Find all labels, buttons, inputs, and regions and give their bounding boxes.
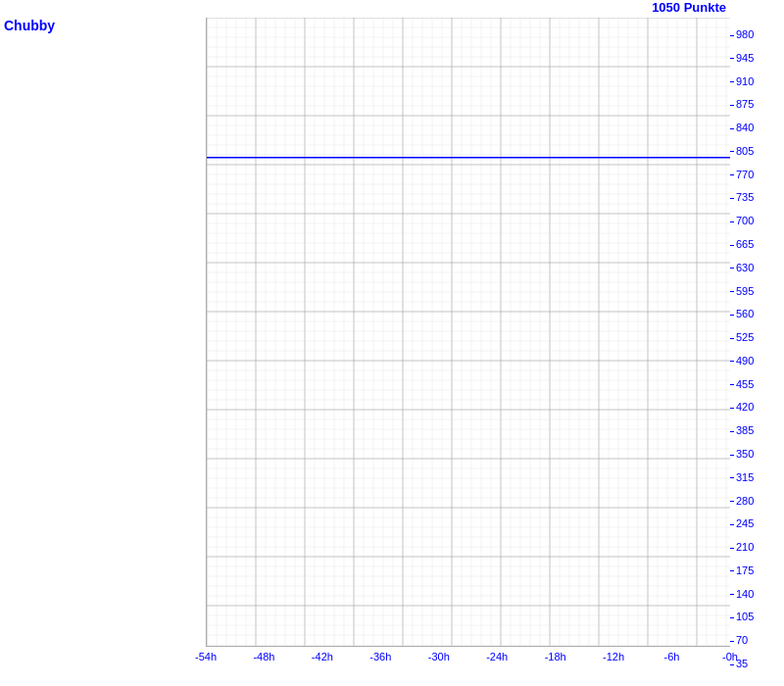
y-axis-label: 875 <box>732 99 754 110</box>
y-axis-label: 980 <box>732 29 754 40</box>
y-axis-label: 350 <box>732 449 754 460</box>
x-axis-label: -12h <box>603 651 624 662</box>
y-axis-label: 105 <box>732 612 754 622</box>
x-axis-label: -54h <box>195 651 217 662</box>
chart-area <box>206 18 730 647</box>
x-axis-label: -48h <box>253 651 274 662</box>
y-axis-label: 245 <box>732 518 754 529</box>
chart-container: 1050 Punkte 9809459108758408057707357006… <box>206 0 784 686</box>
x-axis-label: -24h <box>486 651 508 662</box>
x-axis: -54h-48h-42h-36h-30h-24h-18h-12h-6h-0h <box>206 647 730 686</box>
player-label: Chubby <box>4 18 55 33</box>
x-axis-label: -30h <box>428 651 450 662</box>
y-axis-label: 210 <box>732 542 754 553</box>
chart-title: 1050 Punkte <box>652 0 730 15</box>
y-axis-label: 140 <box>732 589 754 600</box>
x-axis-label: -42h <box>312 651 333 662</box>
x-axis-label: -6h <box>664 651 680 662</box>
y-axis-label: 770 <box>732 170 754 180</box>
y-axis-label: 560 <box>732 309 754 319</box>
y-axis-label: 280 <box>732 496 754 507</box>
y-axis-label: 630 <box>732 263 754 273</box>
y-axis-label: 315 <box>732 472 754 483</box>
y-axis-label: 70 <box>732 635 748 646</box>
y-axis-label: 700 <box>732 216 754 226</box>
y-axis-label: 490 <box>732 356 754 367</box>
y-axis-label: 945 <box>732 53 754 64</box>
y-axis-label: 735 <box>732 192 754 203</box>
y-axis-label: 525 <box>732 332 754 343</box>
y-axis-label: 420 <box>732 402 754 413</box>
x-axis-label: -36h <box>369 651 391 662</box>
y-axis-label: 175 <box>732 565 754 576</box>
y-axis-label: 595 <box>732 286 754 297</box>
y-axis-label: 455 <box>732 379 754 390</box>
y-axis: 9809459108758408057707357006656305955605… <box>730 18 784 647</box>
y-axis-label: 385 <box>732 425 754 436</box>
y-axis-label: 805 <box>732 146 754 157</box>
y-axis-label: 840 <box>732 122 754 133</box>
x-axis-label: -0h <box>722 651 738 662</box>
x-axis-label: -18h <box>545 651 566 662</box>
y-axis-label: 910 <box>732 76 754 87</box>
y-axis-label: 665 <box>732 239 754 250</box>
